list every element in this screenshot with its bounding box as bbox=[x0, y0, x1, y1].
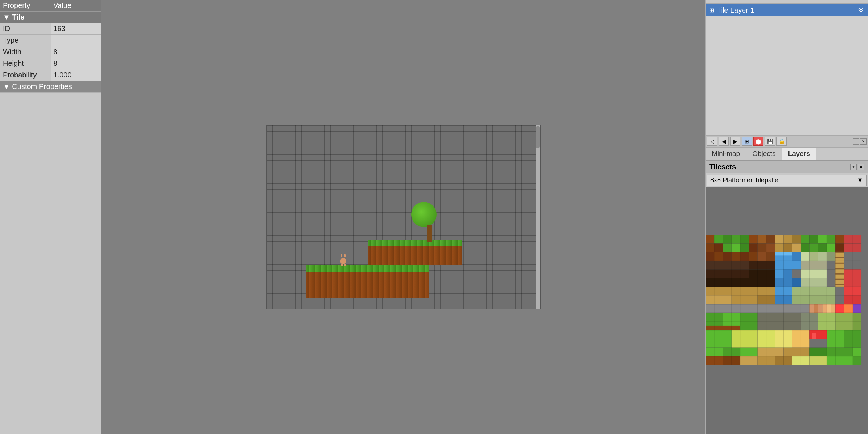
canvas-scrollbar[interactable] bbox=[536, 125, 540, 309]
prop-value-type bbox=[51, 35, 101, 46]
toolbar-save-btn[interactable]: 💾 bbox=[765, 137, 775, 146]
tab-layers[interactable]: Layers bbox=[782, 148, 816, 160]
tile-section-arrow: ▼ bbox=[3, 13, 12, 21]
svg-rect-117 bbox=[758, 348, 784, 356]
toolbar-forward-btn[interactable]: ▶ bbox=[730, 137, 740, 146]
tree-foliage bbox=[411, 202, 437, 227]
tilesets-expand-btn[interactable]: + bbox=[850, 164, 857, 170]
svg-rect-32 bbox=[827, 243, 835, 252]
svg-rect-29 bbox=[801, 243, 809, 252]
svg-rect-19 bbox=[714, 243, 723, 252]
svg-rect-39 bbox=[732, 252, 740, 261]
svg-rect-9 bbox=[784, 235, 792, 243]
layer-name: Tile Layer 1 bbox=[717, 6, 754, 14]
svg-rect-16 bbox=[844, 235, 853, 243]
svg-rect-49 bbox=[818, 252, 827, 261]
prop-value-probability: 1.000 bbox=[51, 69, 101, 81]
svg-rect-71 bbox=[792, 278, 801, 287]
svg-rect-0 bbox=[706, 235, 714, 243]
panel-close-btn[interactable]: × bbox=[860, 138, 867, 145]
property-row-probability: Probability 1.000 bbox=[0, 69, 101, 81]
svg-rect-60 bbox=[749, 261, 775, 269]
panel-expand-btn[interactable]: + bbox=[853, 138, 859, 145]
char-body bbox=[340, 258, 346, 264]
svg-rect-40 bbox=[740, 252, 749, 261]
panel-resize-btns: + × bbox=[853, 138, 867, 145]
custom-props-label[interactable]: ▼ Custom Properties bbox=[0, 81, 101, 93]
svg-rect-34 bbox=[844, 243, 853, 252]
svg-rect-37 bbox=[714, 252, 723, 261]
svg-rect-15 bbox=[835, 235, 844, 243]
svg-rect-62 bbox=[801, 261, 827, 269]
custom-props-row[interactable]: ▼ Custom Properties bbox=[0, 81, 101, 93]
tileset-svg bbox=[706, 187, 868, 434]
grass-top-upper bbox=[368, 240, 462, 246]
svg-rect-65 bbox=[775, 269, 784, 278]
prop-name-id: ID bbox=[0, 23, 51, 35]
scrollbar-thumb[interactable] bbox=[536, 126, 540, 148]
tilesets-controls: + × bbox=[850, 164, 864, 170]
prop-value-width: 8 bbox=[51, 46, 101, 58]
svg-rect-121 bbox=[853, 348, 861, 356]
svg-rect-50 bbox=[827, 252, 835, 261]
svg-rect-3 bbox=[732, 235, 740, 243]
svg-rect-72 bbox=[801, 278, 827, 287]
prop-name-height: Height bbox=[0, 58, 51, 69]
tilesets-section: Tilesets + × 8x8 Platformer Tilepallet ▼ bbox=[706, 161, 868, 434]
tab-objects[interactable]: Objects bbox=[746, 148, 782, 160]
svg-rect-41 bbox=[749, 252, 758, 261]
tab-minimap[interactable]: Mini-map bbox=[706, 148, 746, 160]
toolbar-stop-btn[interactable]: ⬤ bbox=[753, 137, 763, 146]
tile-section-label[interactable]: ▼ Tile bbox=[0, 12, 101, 23]
svg-rect-13 bbox=[818, 235, 827, 243]
svg-rect-7 bbox=[766, 235, 775, 243]
property-row-id: ID 163 bbox=[0, 23, 101, 35]
svg-rect-14 bbox=[827, 235, 835, 243]
property-row-type: Type bbox=[0, 35, 101, 46]
layers-area bbox=[706, 16, 868, 136]
svg-rect-48 bbox=[809, 252, 818, 261]
properties-table: Property Value ▼ Tile ID 163 Type Width bbox=[0, 0, 101, 93]
game-character bbox=[339, 254, 348, 265]
svg-rect-26 bbox=[775, 243, 784, 252]
svg-rect-130 bbox=[853, 356, 861, 365]
svg-rect-118 bbox=[784, 348, 810, 356]
svg-rect-67 bbox=[801, 269, 827, 278]
prop-name-width: Width bbox=[0, 46, 51, 58]
main-canvas-area bbox=[101, 0, 705, 434]
toolbar-grid-btn[interactable]: ⊞ bbox=[742, 137, 752, 146]
platform-upper bbox=[368, 240, 462, 265]
svg-rect-86 bbox=[814, 304, 818, 313]
tile-map-canvas[interactable] bbox=[266, 125, 541, 309]
custom-props-arrow: ▼ bbox=[3, 82, 12, 90]
map-scene bbox=[267, 125, 540, 309]
prop-name-type: Type bbox=[0, 35, 51, 46]
eye-icon[interactable]: 👁 bbox=[858, 7, 864, 14]
tabs-row: Mini-map Objects Layers bbox=[706, 148, 868, 161]
svg-rect-76 bbox=[792, 287, 835, 295]
svg-rect-47 bbox=[801, 252, 809, 261]
svg-rect-110 bbox=[812, 333, 816, 339]
soil-upper bbox=[368, 246, 462, 265]
svg-rect-64 bbox=[749, 269, 775, 278]
right-panel: ⊞ Tile Layer 1 👁 ◁ ◀ ▶ ⊞ ⬤ 💾 🔒 + × Mini-… bbox=[705, 0, 868, 434]
svg-rect-79 bbox=[732, 295, 758, 304]
svg-rect-82 bbox=[792, 295, 835, 304]
layer-item[interactable]: ⊞ Tile Layer 1 👁 bbox=[706, 4, 868, 16]
tilesets-close-btn[interactable]: × bbox=[858, 164, 864, 170]
svg-rect-63 bbox=[706, 269, 749, 278]
toolbar-back2-btn[interactable]: ◀ bbox=[719, 137, 729, 146]
svg-rect-20 bbox=[723, 243, 732, 252]
svg-rect-2 bbox=[723, 235, 732, 243]
tileset-palette[interactable] bbox=[706, 187, 868, 434]
dropdown-arrow-icon: ▼ bbox=[857, 176, 863, 184]
toolbar-row: ◁ ◀ ▶ ⊞ ⬤ 💾 🔒 + × bbox=[706, 136, 868, 148]
tileset-dropdown[interactable]: 8x8 Platformer Tilepallet ▼ bbox=[707, 175, 867, 186]
toolbar-back-btn[interactable]: ◁ bbox=[707, 137, 717, 146]
svg-rect-27 bbox=[784, 243, 792, 252]
svg-rect-21 bbox=[732, 243, 740, 252]
svg-rect-90 bbox=[831, 304, 835, 313]
svg-rect-61 bbox=[792, 261, 801, 269]
svg-rect-88 bbox=[822, 304, 827, 313]
toolbar-lock-btn[interactable]: 🔒 bbox=[776, 137, 787, 146]
